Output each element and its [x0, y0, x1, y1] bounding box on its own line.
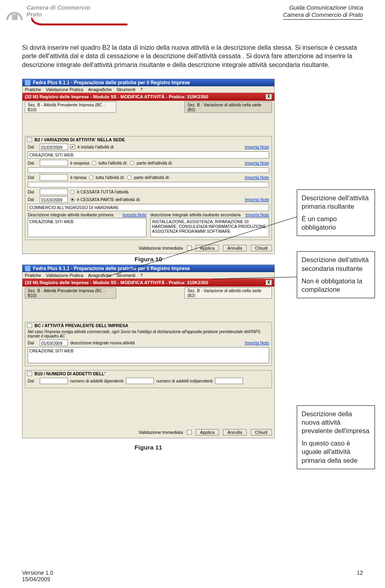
numero-dipendenti-input[interactable]: [126, 378, 154, 384]
chiudi-button[interactable]: Chiudi: [251, 429, 272, 435]
menu-item[interactable]: Strumenti: [116, 87, 135, 92]
label-descr: descrizione integrale nuova attività: [70, 340, 135, 345]
annulla-button[interactable]: Annulla: [223, 429, 247, 435]
callout-text: È un campo obbligatorio: [302, 215, 370, 232]
logo-icon: [5, 4, 24, 22]
importa-note-link[interactable]: Importa Note: [245, 213, 269, 217]
numero-indipendenti-input[interactable]: [215, 378, 243, 384]
group-b2: B2 / VARIAZIONI DI ATTIVITA' NELLA SEDE …: [25, 136, 272, 240]
textarea-secondaria[interactable]: INSTALLAZIONE, ASSISTENZA, RIPARAZIONE D…: [150, 218, 269, 237]
group-icon: [27, 371, 32, 376]
group-icon: [27, 323, 32, 328]
date-input[interactable]: 01/03/2009: [40, 340, 68, 346]
callout-prevalente: Descrizione della nuova attività prevale…: [297, 405, 375, 469]
page-header: Camera di Commercio Prato Guida Comunica…: [0, 0, 385, 27]
label-dal: Dal: [28, 340, 37, 345]
note-text: Nel caso l'impresa svolga attività comme…: [28, 330, 269, 338]
checkbox-iniziata[interactable]: ✔: [70, 144, 75, 149]
radio-parte[interactable]: [130, 161, 134, 165]
col-left-header: Descrizione integrale attività risultant…: [28, 213, 113, 217]
module-title: (32 M) Registro delle Imprese - Modulo S…: [25, 280, 208, 285]
textarea-sospesa[interactable]: [28, 167, 269, 173]
close-icon[interactable]: X: [265, 94, 272, 100]
textarea-iniziata[interactable]: CREAZIONE SITI WEB: [28, 151, 269, 159]
menu-item[interactable]: Validazione Pratica: [46, 273, 83, 278]
chiudi-button[interactable]: Chiudi: [251, 245, 272, 251]
date-input[interactable]: [40, 378, 68, 384]
callout-text: Non è obbligatoria la compilazione: [302, 277, 370, 294]
screenshot-2: Fedra Plus 6.1.1 - Preparazione delle pr…: [22, 264, 275, 438]
menu-item[interactable]: Pratiche: [25, 87, 41, 92]
group-b10: B10 / NUMERO DI ADDETTI DELL' Dal numero…: [25, 370, 272, 388]
group-title: B2 / VARIAZIONI DI ATTIVITA' NELLA SEDE: [34, 137, 125, 142]
importa-note-link[interactable]: Importa Note: [245, 161, 269, 165]
importa-note-link[interactable]: Importa Note: [245, 144, 269, 149]
date-input[interactable]: 01/03/2009: [40, 144, 68, 150]
label-ripresa: è ripresa: [70, 175, 87, 180]
applica-button[interactable]: Applica: [196, 429, 219, 435]
org-line1: Camera di Commercio: [26, 4, 128, 11]
radio-tutta[interactable]: [89, 175, 93, 180]
validazione-checkbox[interactable]: [187, 246, 192, 250]
tab-sezione-b-prevalente[interactable]: Sez. B - Attività Prevalente Impresa (BC…: [25, 102, 116, 113]
validazione-label: Validazione Immediata: [139, 430, 183, 435]
label-dal: Dal: [28, 189, 37, 194]
importa-note-link[interactable]: Importa Note: [245, 175, 269, 180]
date-input[interactable]: [40, 189, 68, 195]
svg-rect-0: [12, 14, 18, 20]
callout-text: In questo caso è uguale all'attività pri…: [302, 439, 370, 464]
screenshot-1: Fedra Plus 6.1.1 - Preparazione delle pr…: [22, 79, 275, 254]
menu-item[interactable]: Pratiche: [25, 273, 41, 278]
validazione-checkbox[interactable]: [187, 430, 192, 435]
menu-item[interactable]: ?: [140, 87, 143, 92]
date-input[interactable]: [40, 174, 68, 181]
group-icon: [27, 137, 32, 142]
menu-item[interactable]: Anagrafiche: [88, 273, 112, 278]
radio-cessata-parte[interactable]: [70, 197, 75, 202]
doc-line2: Camera di Commercio di Prato: [283, 11, 363, 18]
label-iniziata: è iniziata l'attività di: [77, 144, 113, 149]
swoosh-icon: [31, 17, 128, 27]
importa-note-link[interactable]: Importa Note: [245, 340, 269, 345]
label-tutta: tutta l'attività di:: [99, 161, 128, 165]
applica-button[interactable]: Applica: [196, 245, 219, 251]
page-footer: Versione 1.0 15/04/2009 12: [22, 570, 363, 582]
date-input[interactable]: [40, 160, 68, 166]
textarea-ripresa[interactable]: [28, 182, 269, 187]
doc-line1: Guida Comunicazione Unica: [283, 4, 363, 11]
radio-parte[interactable]: [127, 175, 132, 180]
menu-item[interactable]: ?: [140, 273, 143, 278]
label-parte: parte dell'attività di:: [134, 175, 170, 180]
textarea-cessata[interactable]: COMMERCIO ALL'INGROSSO DI HARDWARE: [28, 204, 269, 211]
tab-sezione-b-variazione[interactable]: Sez. B - Variazione di attività nella se…: [184, 287, 272, 299]
textarea-primaria[interactable]: CREAZIONE SITI WEB: [28, 218, 146, 237]
label-indipendenti: numero di addetti indipendenti: [156, 378, 213, 383]
tab-sezione-b-variazione[interactable]: Sez. B - Variazione di attività nella se…: [184, 102, 272, 113]
label-dal: Dal: [28, 197, 37, 202]
radio-tutta[interactable]: [92, 161, 96, 165]
label-sospesa: è sospesa: [70, 161, 89, 165]
group-bc: BC / ATTIVITÀ PREVALENTE DELL'IMPRESA Ne…: [25, 322, 272, 366]
org-block: Camera di Commercio Prato: [26, 4, 128, 27]
app-icon: [25, 266, 30, 271]
tab-sezione-b-prevalente[interactable]: Sez. B - Attività Prevalente Impresa (BC…: [25, 287, 116, 299]
importa-note-link[interactable]: Importa Note: [122, 213, 146, 217]
window-titlebar: Fedra Plus 6.1.1 - Preparazione delle pr…: [22, 265, 274, 272]
menu-item[interactable]: Strumenti: [116, 273, 135, 278]
figure-10-label: Figura 10: [22, 256, 275, 263]
date-input[interactable]: 01/03/2009: [40, 196, 68, 203]
label-dal: Dal: [28, 144, 37, 149]
annulla-button[interactable]: Annulla: [223, 245, 247, 251]
radio-cessata-tutta[interactable]: [70, 190, 75, 194]
menu-item[interactable]: Anagrafiche: [88, 87, 112, 92]
menu-item[interactable]: Validazione Pratica: [46, 87, 83, 92]
window-titlebar: Fedra Plus 6.1.1 - Preparazione delle pr…: [22, 79, 274, 86]
module-bar: (32 M) Registro delle Imprese - Modulo S…: [22, 93, 274, 101]
tabs-bar: Sez. B - Attività Prevalente Impresa (BC…: [22, 287, 274, 299]
app-icon: [25, 80, 30, 85]
menu-bar: Pratiche Validazione Pratica Anagrafiche…: [22, 272, 274, 279]
importa-note-link[interactable]: Importa Note: [245, 197, 269, 202]
close-icon[interactable]: X: [265, 280, 272, 285]
label-dal: Dal: [28, 175, 37, 180]
textarea-nuova-attivita[interactable]: CREAZIONE SITI WEB: [28, 347, 269, 363]
